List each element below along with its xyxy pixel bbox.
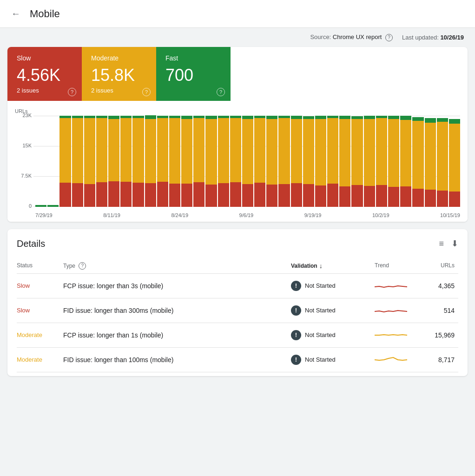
chart-x-labels: 7/29/198/11/198/24/199/6/199/19/1910/2/1… xyxy=(35,212,460,218)
bar-moderate xyxy=(291,119,302,183)
source-label: Source: xyxy=(310,33,331,40)
status-cell: Slow xyxy=(17,282,63,289)
validation-text: Not Started xyxy=(305,282,336,289)
urls-cell: 15,969 xyxy=(421,331,458,339)
bar-moderate xyxy=(315,119,326,185)
bar-fast xyxy=(425,118,436,123)
bar-slow xyxy=(303,184,314,206)
bar-slow xyxy=(339,186,350,207)
score-value: 15.8K xyxy=(91,66,147,85)
table-rows: Slow FCP issue: longer than 3s (mobile) … xyxy=(17,274,458,372)
bar-slow xyxy=(351,185,363,206)
trend-cell xyxy=(375,330,421,341)
bar-slow xyxy=(157,182,168,207)
chart-y-tick: 0 xyxy=(13,203,32,209)
score-card-moderate[interactable]: Moderate 15.8K 2 issues ? xyxy=(82,47,156,101)
bar-slow xyxy=(400,186,411,207)
bar-slow xyxy=(218,183,229,207)
col-urls: URLs xyxy=(421,262,458,270)
type-cell: FID issue: longer than 300ms (mobile) xyxy=(63,307,291,314)
bar-moderate xyxy=(193,118,205,182)
bar-slow xyxy=(108,181,119,207)
chart-x-label: 8/24/19 xyxy=(171,212,188,218)
table-row: Moderate FCP issue: longer than 1s (mobi… xyxy=(17,323,458,348)
chart-container: URLs 23K15K7.5K0 xyxy=(7,101,468,222)
bar-moderate xyxy=(169,118,180,184)
overview-card: Slow 4.56K 2 issues ? Moderate 15.8K 2 i… xyxy=(7,47,468,222)
bar-moderate xyxy=(157,118,168,182)
details-header: Details ≡ ⬇ xyxy=(17,238,458,249)
alert-icon: ! xyxy=(291,281,301,291)
bar-slow xyxy=(412,189,423,206)
trend-cell xyxy=(375,354,421,365)
bar-slow xyxy=(291,183,302,206)
bar-moderate xyxy=(108,119,119,181)
bar-moderate xyxy=(120,118,132,182)
bar-fast xyxy=(145,115,156,119)
bar-moderate xyxy=(72,118,83,183)
score-label: Moderate xyxy=(91,54,147,62)
bar-moderate xyxy=(303,119,314,184)
bar-group xyxy=(376,116,387,207)
type-help-icon[interactable]: ? xyxy=(79,262,86,270)
bar-slow xyxy=(278,184,290,207)
validation-cell: ! Not Started xyxy=(291,305,375,316)
chart-x-label: 8/11/19 xyxy=(103,212,120,218)
bar-slow xyxy=(230,182,241,207)
bar-fast xyxy=(205,116,217,119)
card-help-icon[interactable]: ? xyxy=(68,88,76,96)
table-row: Moderate FID issue: longer than 100ms (m… xyxy=(17,348,458,372)
download-icon[interactable]: ⬇ xyxy=(451,238,458,249)
score-label: Fast xyxy=(165,54,221,62)
bar-group xyxy=(205,116,217,207)
bar-slow xyxy=(364,186,375,206)
trend-cell xyxy=(375,305,421,316)
bar-group xyxy=(351,116,363,207)
urls-cell: 514 xyxy=(421,307,458,314)
bar-slow xyxy=(327,184,338,206)
bar-fast xyxy=(339,116,350,119)
bar-moderate xyxy=(96,118,107,182)
main-content: Slow 4.56K 2 issues ? Moderate 15.8K 2 i… xyxy=(0,47,475,383)
score-card-slow[interactable]: Slow 4.56K 2 issues ? xyxy=(7,47,82,101)
chart-y-tick: 15K xyxy=(13,143,32,148)
bar-slow xyxy=(254,183,265,206)
chart-y-label: URLs xyxy=(15,108,460,114)
source-help-icon[interactable]: ? xyxy=(385,34,393,41)
bar-fast xyxy=(364,116,375,119)
bar-moderate xyxy=(278,118,290,184)
source-bar: Source: Chrome UX report ? Last updated:… xyxy=(0,28,475,47)
bar-fast xyxy=(35,205,46,207)
bar-group xyxy=(339,116,350,207)
bar-group xyxy=(364,116,375,207)
validation-cell: ! Not Started xyxy=(291,281,375,291)
bar-fast xyxy=(47,205,59,207)
bar-fast xyxy=(181,116,192,119)
bar-slow xyxy=(425,190,436,207)
back-button[interactable]: ← xyxy=(9,7,22,21)
bar-moderate xyxy=(449,124,460,192)
validation-text: Not Started xyxy=(305,331,336,338)
page-header: ← Mobile xyxy=(0,0,475,28)
bar-slow xyxy=(84,184,95,207)
card-help-icon[interactable]: ? xyxy=(217,88,225,96)
bar-fast xyxy=(108,116,119,119)
bar-slow xyxy=(181,184,192,206)
urls-cell: 8,717 xyxy=(421,356,458,364)
details-title: Details xyxy=(17,238,45,249)
bar-moderate xyxy=(339,119,350,186)
bar-group xyxy=(242,116,253,207)
score-cards: Slow 4.56K 2 issues ? Moderate 15.8K 2 i… xyxy=(7,47,468,101)
card-help-icon[interactable]: ? xyxy=(142,88,151,96)
alert-icon: ! xyxy=(291,305,301,316)
col-validation[interactable]: Validation ↓ xyxy=(291,262,375,270)
bar-slow xyxy=(193,182,205,206)
score-card-fast[interactable]: Fast 700 ? xyxy=(156,47,231,101)
bar-moderate xyxy=(351,119,363,185)
bar-slow xyxy=(59,183,71,206)
bar-moderate xyxy=(205,119,217,185)
trend-cell xyxy=(375,280,421,291)
score-issues: 2 issues xyxy=(91,87,147,94)
filter-icon[interactable]: ≡ xyxy=(439,239,444,249)
bar-fast xyxy=(388,116,399,119)
